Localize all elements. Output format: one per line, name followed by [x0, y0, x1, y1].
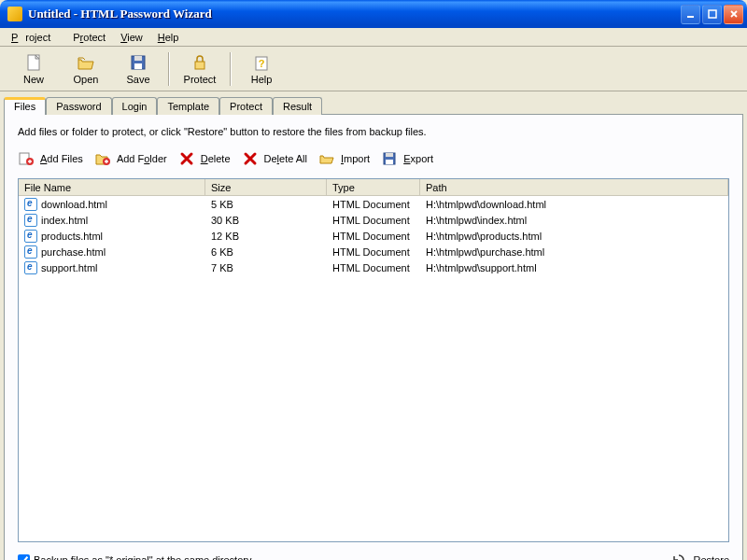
export-icon	[381, 150, 398, 167]
add-folder-button[interactable]: Add Folder	[94, 150, 167, 167]
col-path[interactable]: Path	[420, 179, 728, 195]
svg-rect-1	[709, 10, 716, 18]
open-button[interactable]: Open	[60, 49, 112, 89]
col-size[interactable]: Size	[205, 179, 327, 195]
svg-rect-14	[386, 160, 393, 164]
open-icon	[77, 53, 95, 72]
tab-protect[interactable]: Protect	[219, 97, 273, 115]
menu-project[interactable]: Project	[4, 30, 65, 45]
backup-checkbox[interactable]: Backup files as "*.original" at the same…	[18, 554, 251, 561]
instruction-text: Add files or folder to protect, or click…	[18, 126, 729, 137]
svg-rect-0	[687, 16, 694, 18]
new-label: New	[23, 74, 44, 85]
menu-protect[interactable]: Protect	[65, 30, 113, 45]
restore-button[interactable]: Restore	[670, 552, 729, 560]
html-file-icon	[24, 245, 37, 259]
files-panel: Add files or folder to protect, or click…	[4, 114, 743, 560]
delete-icon	[178, 150, 195, 167]
svg-rect-5	[134, 63, 142, 69]
tab-template[interactable]: Template	[157, 97, 219, 115]
restore-icon	[670, 552, 687, 560]
table-row[interactable]: products.html12 KBHTML DocumentH:\htmlpw…	[19, 228, 728, 244]
window-title: Untitled - HTML Password Wizard	[26, 7, 681, 21]
table-row[interactable]: download.html5 KBHTML DocumentH:\htmlpwd…	[19, 196, 728, 212]
protect-label: Protect	[184, 74, 217, 85]
svg-rect-13	[386, 153, 393, 157]
file-list[interactable]: File Name Size Type Path download.html5 …	[18, 178, 729, 542]
help-button[interactable]: ? Help	[235, 49, 288, 89]
tab-files[interactable]: Files	[4, 97, 46, 115]
menu-bar: Project Protect View Help	[0, 28, 747, 47]
tab-password[interactable]: Password	[46, 97, 111, 115]
menu-view[interactable]: View	[113, 30, 150, 45]
maximize-button[interactable]	[702, 5, 722, 24]
close-button[interactable]	[724, 5, 743, 24]
help-label: Help	[251, 74, 273, 85]
svg-text:?: ?	[259, 58, 265, 69]
backup-checkbox-input[interactable]	[18, 554, 30, 561]
table-row[interactable]: purchase.html6 KBHTML DocumentH:\htmlpwd…	[19, 244, 728, 259]
delete-button[interactable]: Delete	[178, 150, 231, 167]
toolbar: New Open Save Protect ? Help	[0, 47, 747, 91]
table-row[interactable]: index.html30 KBHTML DocumentH:\htmlpwd\i…	[19, 212, 728, 228]
tab-login[interactable]: Login	[112, 97, 158, 115]
col-type[interactable]: Type	[327, 179, 420, 195]
import-button[interactable]: Import	[318, 150, 370, 167]
open-label: Open	[74, 74, 99, 85]
export-button[interactable]: Export	[381, 150, 433, 167]
add-folder-icon	[94, 150, 111, 167]
tab-bar: Files Password Login Template Protect Re…	[0, 93, 747, 114]
table-row[interactable]: support.html7 KBHTML DocumentH:\htmlpwd\…	[19, 259, 728, 275]
list-body: download.html5 KBHTML DocumentH:\htmlpwd…	[19, 196, 728, 541]
add-files-icon	[18, 150, 35, 167]
action-bar: Add Files Add Folder Delete Delete All I…	[18, 150, 729, 167]
col-filename[interactable]: File Name	[19, 179, 205, 195]
app-icon	[7, 7, 22, 21]
protect-button[interactable]: Protect	[174, 49, 226, 89]
save-icon	[129, 53, 148, 72]
add-files-button[interactable]: Add Files	[18, 150, 83, 167]
svg-rect-6	[195, 62, 204, 69]
new-button[interactable]: New	[7, 49, 60, 89]
title-bar: Untitled - HTML Password Wizard	[0, 0, 747, 28]
svg-rect-4	[134, 56, 142, 61]
lock-icon	[190, 53, 209, 72]
delete-all-icon	[242, 150, 259, 167]
save-label: Save	[126, 74, 149, 85]
help-icon: ?	[252, 53, 271, 72]
tab-result[interactable]: Result	[273, 97, 322, 115]
new-icon	[24, 53, 43, 72]
html-file-icon	[24, 198, 37, 211]
minimize-button[interactable]	[681, 5, 700, 24]
import-icon	[318, 150, 335, 167]
toolbar-separator	[230, 52, 232, 86]
toolbar-separator	[168, 52, 170, 86]
html-file-icon	[24, 214, 37, 227]
list-header: File Name Size Type Path	[19, 179, 728, 196]
menu-help[interactable]: Help	[150, 30, 187, 45]
delete-all-button[interactable]: Delete All	[242, 150, 307, 167]
html-file-icon	[24, 230, 37, 243]
html-file-icon	[24, 261, 37, 274]
save-button[interactable]: Save	[112, 49, 164, 89]
